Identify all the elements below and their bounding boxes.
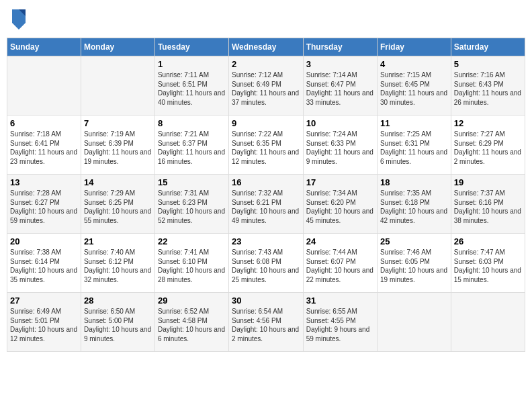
cell-info: Sunrise: 7:31 AM Sunset: 6:23 PM Dayligh… [158, 189, 226, 225]
cell-info: Sunrise: 7:22 AM Sunset: 6:35 PM Dayligh… [232, 130, 300, 166]
day-number: 31 [306, 295, 374, 306]
calendar-cell: 30Sunrise: 6:54 AM Sunset: 4:56 PM Dayli… [228, 293, 303, 352]
calendar-cell: 24Sunrise: 7:44 AM Sunset: 6:07 PM Dayli… [303, 234, 377, 293]
calendar-cell: 11Sunrise: 7:25 AM Sunset: 6:31 PM Dayli… [377, 116, 451, 175]
calendar-cell: 4Sunrise: 7:15 AM Sunset: 6:45 PM Daylig… [377, 56, 451, 116]
cell-info: Sunrise: 7:19 AM Sunset: 6:39 PM Dayligh… [84, 130, 152, 166]
day-number: 22 [158, 236, 226, 246]
cell-info: Sunrise: 7:43 AM Sunset: 6:08 PM Dayligh… [232, 248, 300, 284]
cell-info: Sunrise: 7:24 AM Sunset: 6:33 PM Dayligh… [306, 130, 374, 166]
cell-info: Sunrise: 7:14 AM Sunset: 6:47 PM Dayligh… [306, 71, 374, 107]
page-header [7, 7, 525, 32]
cell-info: Sunrise: 7:41 AM Sunset: 6:10 PM Dayligh… [158, 248, 226, 284]
cell-info: Sunrise: 7:18 AM Sunset: 6:41 PM Dayligh… [10, 130, 78, 166]
week-row-1: 1Sunrise: 7:11 AM Sunset: 6:51 PM Daylig… [7, 56, 525, 116]
calendar-cell: 9Sunrise: 7:22 AM Sunset: 6:35 PM Daylig… [228, 116, 303, 175]
cell-info: Sunrise: 7:27 AM Sunset: 6:29 PM Dayligh… [454, 130, 522, 166]
day-header-sunday: Sunday [7, 38, 81, 56]
day-header-saturday: Saturday [451, 38, 525, 56]
calendar-cell: 15Sunrise: 7:31 AM Sunset: 6:23 PM Dayli… [154, 175, 228, 234]
cell-info: Sunrise: 6:49 AM Sunset: 5:01 PM Dayligh… [10, 307, 78, 343]
cell-info: Sunrise: 7:28 AM Sunset: 6:27 PM Dayligh… [10, 189, 78, 225]
cell-info: Sunrise: 7:34 AM Sunset: 6:20 PM Dayligh… [306, 189, 374, 225]
calendar-cell: 3Sunrise: 7:14 AM Sunset: 6:47 PM Daylig… [303, 56, 377, 116]
header-row: SundayMondayTuesdayWednesdayThursdayFrid… [7, 38, 525, 56]
calendar-cell: 31Sunrise: 6:55 AM Sunset: 4:55 PM Dayli… [303, 293, 377, 352]
week-row-3: 13Sunrise: 7:28 AM Sunset: 6:27 PM Dayli… [7, 175, 525, 234]
calendar-cell [81, 56, 154, 116]
calendar-table: SundayMondayTuesdayWednesdayThursdayFrid… [7, 38, 525, 352]
cell-info: Sunrise: 7:37 AM Sunset: 6:16 PM Dayligh… [454, 189, 522, 225]
day-number: 9 [232, 118, 300, 128]
day-header-monday: Monday [81, 38, 154, 56]
calendar-cell: 7Sunrise: 7:19 AM Sunset: 6:39 PM Daylig… [81, 116, 154, 175]
calendar-cell: 29Sunrise: 6:52 AM Sunset: 4:58 PM Dayli… [154, 293, 228, 352]
cell-info: Sunrise: 7:12 AM Sunset: 6:49 PM Dayligh… [232, 71, 300, 107]
cell-info: Sunrise: 7:29 AM Sunset: 6:25 PM Dayligh… [84, 189, 152, 225]
day-number: 30 [232, 295, 300, 306]
cell-info: Sunrise: 7:16 AM Sunset: 6:43 PM Dayligh… [454, 71, 522, 107]
day-number: 15 [158, 177, 226, 187]
cell-info: Sunrise: 6:55 AM Sunset: 4:55 PM Dayligh… [306, 307, 374, 343]
day-header-friday: Friday [377, 38, 451, 56]
logo [11, 9, 26, 30]
calendar-cell: 2Sunrise: 7:12 AM Sunset: 6:49 PM Daylig… [228, 56, 303, 116]
calendar-cell: 14Sunrise: 7:29 AM Sunset: 6:25 PM Dayli… [81, 175, 154, 234]
cell-info: Sunrise: 7:11 AM Sunset: 6:51 PM Dayligh… [158, 71, 226, 107]
cell-info: Sunrise: 7:32 AM Sunset: 6:21 PM Dayligh… [232, 189, 300, 225]
cell-info: Sunrise: 7:15 AM Sunset: 6:45 PM Dayligh… [380, 71, 448, 107]
calendar-cell: 20Sunrise: 7:38 AM Sunset: 6:14 PM Dayli… [7, 234, 81, 293]
day-number: 29 [158, 295, 226, 306]
day-number: 6 [10, 118, 78, 128]
calendar-cell: 28Sunrise: 6:50 AM Sunset: 5:00 PM Dayli… [81, 293, 154, 352]
day-number: 21 [84, 236, 152, 246]
cell-info: Sunrise: 7:46 AM Sunset: 6:05 PM Dayligh… [380, 248, 448, 284]
cell-info: Sunrise: 7:21 AM Sunset: 6:37 PM Dayligh… [158, 130, 226, 166]
day-number: 7 [84, 118, 152, 128]
logo-icon [12, 9, 26, 30]
day-number: 19 [454, 177, 522, 187]
calendar-cell: 6Sunrise: 7:18 AM Sunset: 6:41 PM Daylig… [7, 116, 81, 175]
day-number: 11 [380, 118, 448, 128]
cell-info: Sunrise: 6:54 AM Sunset: 4:56 PM Dayligh… [232, 307, 300, 343]
day-number: 17 [306, 177, 374, 187]
day-header-wednesday: Wednesday [228, 38, 303, 56]
calendar-cell: 27Sunrise: 6:49 AM Sunset: 5:01 PM Dayli… [7, 293, 81, 352]
day-number: 14 [84, 177, 152, 187]
cell-info: Sunrise: 6:50 AM Sunset: 5:00 PM Dayligh… [84, 307, 152, 343]
calendar-cell: 22Sunrise: 7:41 AM Sunset: 6:10 PM Dayli… [154, 234, 228, 293]
day-number: 27 [10, 295, 78, 306]
calendar-cell: 19Sunrise: 7:37 AM Sunset: 6:16 PM Dayli… [451, 175, 525, 234]
day-number: 25 [380, 236, 448, 246]
cell-info: Sunrise: 7:25 AM Sunset: 6:31 PM Dayligh… [380, 130, 448, 166]
day-number: 13 [10, 177, 78, 187]
cell-info: Sunrise: 7:40 AM Sunset: 6:12 PM Dayligh… [84, 248, 152, 284]
cell-info: Sunrise: 7:35 AM Sunset: 6:18 PM Dayligh… [380, 189, 448, 225]
calendar-cell: 10Sunrise: 7:24 AM Sunset: 6:33 PM Dayli… [303, 116, 377, 175]
calendar-cell: 21Sunrise: 7:40 AM Sunset: 6:12 PM Dayli… [81, 234, 154, 293]
day-number: 8 [158, 118, 226, 128]
day-number: 24 [306, 236, 374, 246]
day-number: 16 [232, 177, 300, 187]
calendar-cell: 13Sunrise: 7:28 AM Sunset: 6:27 PM Dayli… [7, 175, 81, 234]
calendar-cell [377, 293, 451, 352]
calendar-cell: 1Sunrise: 7:11 AM Sunset: 6:51 PM Daylig… [154, 56, 228, 116]
cell-info: Sunrise: 7:47 AM Sunset: 6:03 PM Dayligh… [454, 248, 522, 284]
day-number: 10 [306, 118, 374, 128]
calendar-cell: 16Sunrise: 7:32 AM Sunset: 6:21 PM Dayli… [228, 175, 303, 234]
calendar-header: SundayMondayTuesdayWednesdayThursdayFrid… [7, 38, 525, 56]
cell-info: Sunrise: 6:52 AM Sunset: 4:58 PM Dayligh… [158, 307, 226, 343]
week-row-5: 27Sunrise: 6:49 AM Sunset: 5:01 PM Dayli… [7, 293, 525, 352]
day-number: 28 [84, 295, 152, 306]
calendar-body: 1Sunrise: 7:11 AM Sunset: 6:51 PM Daylig… [7, 56, 525, 352]
day-number: 2 [232, 59, 300, 69]
day-number: 23 [232, 236, 300, 246]
calendar-cell: 25Sunrise: 7:46 AM Sunset: 6:05 PM Dayli… [377, 234, 451, 293]
calendar-cell: 18Sunrise: 7:35 AM Sunset: 6:18 PM Dayli… [377, 175, 451, 234]
day-number: 18 [380, 177, 448, 187]
calendar-cell [7, 56, 81, 116]
calendar-cell [451, 293, 525, 352]
calendar-cell: 5Sunrise: 7:16 AM Sunset: 6:43 PM Daylig… [451, 56, 525, 116]
day-header-tuesday: Tuesday [154, 38, 228, 56]
calendar-cell: 23Sunrise: 7:43 AM Sunset: 6:08 PM Dayli… [228, 234, 303, 293]
